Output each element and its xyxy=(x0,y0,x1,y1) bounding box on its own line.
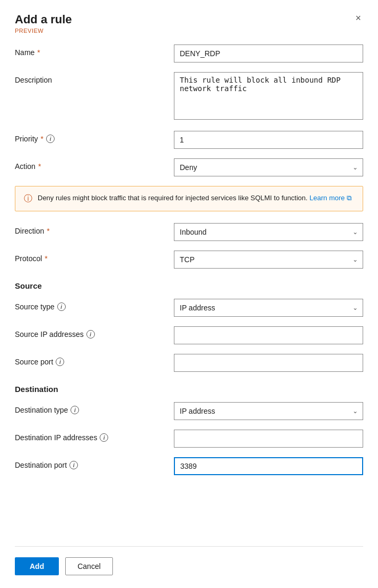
protocol-row: Protocol* TCP UDP Any ICMP ⌄ xyxy=(15,251,363,269)
source-ip-row: Source IP addresses i xyxy=(15,326,363,344)
dest-type-control: IP address Any Service Tag Application s… xyxy=(174,402,363,420)
dest-ip-info-icon: i xyxy=(100,433,108,442)
preview-label: PREVIEW xyxy=(15,28,72,34)
description-label: Description xyxy=(15,72,174,84)
source-port-control xyxy=(174,354,363,372)
source-heading: Source xyxy=(15,281,363,290)
dialog-footer: Add Cancel xyxy=(15,546,363,588)
warning-icon: ⓘ xyxy=(24,193,32,204)
dest-type-select-wrapper: IP address Any Service Tag Application s… xyxy=(174,402,363,420)
cancel-button[interactable]: Cancel xyxy=(65,557,113,575)
warning-text: Deny rules might block traffic that is r… xyxy=(38,193,351,203)
description-input[interactable]: This rule will block all inbound RDP net… xyxy=(174,72,363,120)
source-port-label: Source port i xyxy=(15,354,174,366)
dest-ip-input[interactable] xyxy=(174,430,363,448)
source-type-label: Source type i xyxy=(15,299,174,311)
protocol-control: TCP UDP Any ICMP ⌄ xyxy=(174,251,363,269)
protocol-required: * xyxy=(45,254,47,263)
source-type-row: Source type i IP address Any Service Tag… xyxy=(15,299,363,317)
learn-more-link[interactable]: Learn more ⧉ xyxy=(310,194,351,202)
dest-port-label: Destination port i xyxy=(15,457,174,469)
source-ip-info-icon: i xyxy=(86,330,95,338)
protocol-select-wrapper: TCP UDP Any ICMP ⌄ xyxy=(174,251,363,269)
close-button[interactable]: × xyxy=(353,11,363,26)
add-rule-dialog: Add a rule PREVIEW × Name* Description T… xyxy=(0,0,378,588)
name-control xyxy=(174,44,363,63)
source-ip-control xyxy=(174,326,363,344)
direction-required: * xyxy=(47,227,49,235)
protocol-select[interactable]: TCP UDP Any ICMP xyxy=(174,251,363,269)
source-port-row: Source port i xyxy=(15,354,363,372)
description-row: Description This rule will block all inb… xyxy=(15,72,363,121)
source-type-info-icon: i xyxy=(57,302,66,311)
source-type-select-wrapper: IP address Any Service Tag Application s… xyxy=(174,299,363,317)
source-port-input[interactable] xyxy=(174,354,363,372)
dest-port-info-icon: i xyxy=(69,461,78,469)
priority-control xyxy=(174,131,363,149)
priority-row: Priority* i xyxy=(15,131,363,149)
action-label: Action* xyxy=(15,158,174,171)
name-required: * xyxy=(37,48,40,57)
action-row: Action* Deny Allow ⌄ xyxy=(15,158,363,176)
direction-control: Inbound Outbound ⌄ xyxy=(174,223,363,241)
name-input[interactable] xyxy=(174,44,363,63)
dest-ip-control xyxy=(174,430,363,448)
dest-port-control xyxy=(174,457,363,475)
priority-info-icon: i xyxy=(46,135,55,143)
direction-row: Direction* Inbound Outbound ⌄ xyxy=(15,223,363,241)
name-row: Name* xyxy=(15,44,363,63)
add-button[interactable]: Add xyxy=(15,557,59,575)
dest-port-input[interactable] xyxy=(174,457,363,475)
dest-port-row: Destination port i xyxy=(15,457,363,475)
dest-ip-row: Destination IP addresses i xyxy=(15,430,363,448)
direction-select[interactable]: Inbound Outbound xyxy=(174,223,363,241)
destination-heading: Destination xyxy=(15,385,363,394)
dialog-title-group: Add a rule PREVIEW xyxy=(15,13,72,43)
source-ip-label: Source IP addresses i xyxy=(15,326,174,338)
protocol-label: Protocol* xyxy=(15,251,174,263)
dialog-header: Add a rule PREVIEW × xyxy=(15,13,363,43)
action-control: Deny Allow ⌄ xyxy=(174,158,363,176)
warning-box: ⓘ Deny rules might block traffic that is… xyxy=(15,186,363,211)
description-control: This rule will block all inbound RDP net… xyxy=(174,72,363,121)
priority-input[interactable] xyxy=(174,131,363,149)
source-port-info-icon: i xyxy=(56,358,64,366)
source-type-select[interactable]: IP address Any Service Tag Application s… xyxy=(174,299,363,317)
action-required: * xyxy=(38,162,41,171)
dest-type-info-icon: i xyxy=(71,406,79,414)
direction-select-wrapper: Inbound Outbound ⌄ xyxy=(174,223,363,241)
dest-type-label: Destination type i xyxy=(15,402,174,414)
dest-type-row: Destination type i IP address Any Servic… xyxy=(15,402,363,420)
direction-label: Direction* xyxy=(15,223,174,235)
priority-required: * xyxy=(41,135,43,143)
source-ip-input[interactable] xyxy=(174,326,363,344)
dest-ip-label: Destination IP addresses i xyxy=(15,430,174,442)
name-label: Name* xyxy=(15,44,174,57)
priority-label: Priority* i xyxy=(15,131,174,143)
dest-type-select[interactable]: IP address Any Service Tag Application s… xyxy=(174,402,363,420)
action-select-wrapper: Deny Allow ⌄ xyxy=(174,158,363,176)
source-type-control: IP address Any Service Tag Application s… xyxy=(174,299,363,317)
action-select[interactable]: Deny Allow xyxy=(174,158,363,176)
dialog-title: Add a rule xyxy=(15,13,72,26)
